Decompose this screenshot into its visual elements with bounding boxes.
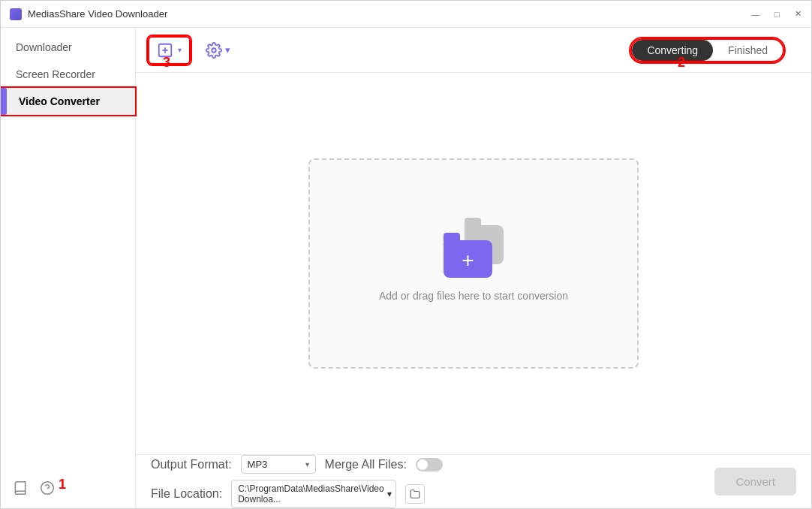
app-title: MediasShare Video Downloader — [28, 8, 167, 20]
folder-icon: + — [444, 225, 504, 278]
svg-point-0 — [41, 482, 54, 495]
output-format-select[interactable]: MP3 ▾ — [241, 455, 316, 474]
annotation-1: 1 — [59, 477, 66, 492]
maximize-button[interactable]: □ — [772, 10, 781, 19]
help-icon[interactable] — [40, 480, 55, 499]
sidebar-item-video-converter[interactable]: Video Converter — [1, 88, 135, 115]
tab-converting[interactable]: Converting — [632, 40, 713, 61]
merge-all-toggle[interactable] — [416, 458, 443, 471]
tab-finished[interactable]: Finished — [713, 40, 783, 61]
svg-point-5 — [212, 48, 216, 53]
merge-all-label: Merge All Files: — [325, 458, 407, 471]
file-location-value: C:\ProgramData\MediasShare\Video Downloa… — [238, 483, 384, 504]
sidebar: Downloader Screen Recorder Video Convert… — [1, 28, 136, 508]
bottom-bar: Output Format: MP3 ▾ Merge All Files: Fi… — [136, 454, 811, 508]
content-area: ▾ ▾ Converting Finished 2 3 — [136, 28, 811, 508]
sidebar-item-screen-recorder[interactable]: Screen Recorder — [1, 61, 135, 88]
add-file-chevron: ▾ — [178, 46, 182, 54]
annotation-3: 3 — [163, 55, 170, 71]
tab-switcher[interactable]: Converting Finished — [630, 38, 784, 62]
title-bar: MediasShare Video Downloader — □ ✕ — [1, 1, 811, 28]
location-chevron-icon: ▾ — [387, 489, 392, 499]
title-bar-left: MediasShare Video Downloader — [10, 8, 167, 20]
output-format-label: Output Format: — [151, 458, 232, 471]
output-format-value: MP3 — [248, 459, 268, 470]
close-button[interactable]: ✕ — [793, 10, 802, 19]
drop-zone-text: Add or drag files here to start conversi… — [379, 290, 568, 302]
drop-zone[interactable]: + Add or drag files here to start conver… — [308, 158, 639, 369]
drop-zone-container: + Add or drag files here to start conver… — [136, 73, 811, 454]
sidebar-item-downloader[interactable]: Downloader — [1, 34, 135, 61]
title-bar-controls[interactable]: — □ ✕ — [751, 10, 802, 19]
bottom-row-line-2: File Location: C:\ProgramData\MediasShar… — [151, 480, 699, 508]
sidebar-bottom — [1, 471, 135, 508]
settings-button[interactable]: ▾ — [200, 38, 236, 63]
file-location-label: File Location: — [151, 487, 222, 501]
folder-front: + — [444, 240, 492, 278]
file-location-select[interactable]: C:\ProgramData\MediasShare\Video Downloa… — [231, 480, 396, 508]
folder-browse-button[interactable] — [405, 484, 425, 504]
convert-button[interactable]: Convert — [714, 468, 796, 495]
bottom-row-line-1: Output Format: MP3 ▾ Merge All Files: — [151, 455, 699, 474]
folder-plus-icon: + — [462, 250, 474, 271]
main-layout: Downloader Screen Recorder Video Convert… — [1, 28, 811, 508]
format-chevron-icon: ▾ — [305, 460, 309, 468]
toolbar: ▾ ▾ Converting Finished 2 3 — [136, 28, 811, 73]
book-icon[interactable] — [13, 480, 28, 499]
bottom-row: Output Format: MP3 ▾ Merge All Files: Fi… — [151, 455, 699, 508]
settings-chevron: ▾ — [225, 44, 230, 56]
app-icon — [10, 8, 22, 20]
minimize-button[interactable]: — — [751, 10, 760, 19]
annotation-2: 2 — [678, 55, 685, 71]
